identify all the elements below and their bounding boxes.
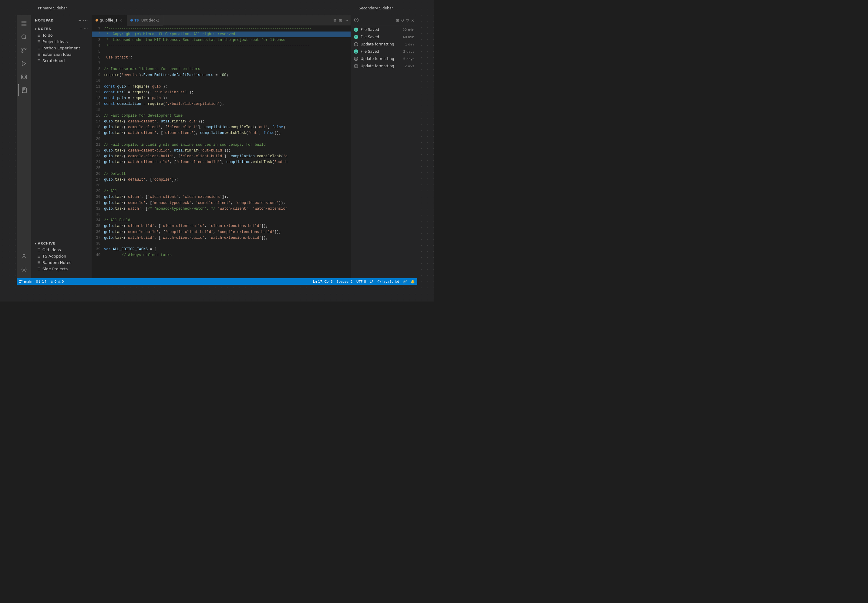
formatting-icon-2: ◇	[354, 64, 358, 68]
pin-icon[interactable]: ⊞	[396, 18, 399, 23]
notes-more-icon[interactable]: ···	[84, 27, 88, 31]
new-note-button[interactable]: +	[78, 18, 82, 23]
filter-icon[interactable]: ▽	[406, 18, 409, 23]
spaces-status[interactable]: Spaces: 2	[336, 280, 352, 284]
tab-gulpfile-close[interactable]: ×	[119, 18, 123, 22]
editor-area: gulpfile.js × TS Untitled-2 ⧉ ⊟ ··· 1	[92, 15, 350, 278]
notepad-icon[interactable]	[18, 84, 30, 96]
source-control-icon[interactable]	[18, 44, 30, 56]
gulpfile-dot	[96, 19, 98, 22]
svg-point-16	[23, 254, 25, 257]
primary-sidebar: NOTEPAD + ··· ▾ NOTES + ··· ☰ To do ☰ Pr…	[31, 15, 92, 278]
svg-point-19	[20, 280, 21, 281]
timeline-entry-5[interactable]: ◇ Update formatting 2 wks	[351, 62, 417, 70]
note-icon-project-ideas: ☰	[37, 40, 40, 44]
svg-rect-8	[22, 77, 23, 79]
ln-col-status[interactable]: Ln 17, Col 3	[313, 280, 333, 284]
code-line-15: 15	[92, 107, 350, 113]
remote-icon[interactable]: 🔗	[403, 280, 407, 284]
code-line-10: 10	[92, 78, 350, 84]
extensions-icon[interactable]	[18, 71, 30, 83]
code-line-22: 22 gulp.task('clean-client-build', util.…	[92, 148, 350, 154]
svg-rect-10	[22, 75, 23, 76]
tab-bar-actions: ⧉ ⊟ ···	[333, 18, 350, 23]
note-item-side-projects[interactable]: ☰ Side Projects	[31, 266, 91, 272]
tab-untitled2-label: Untitled-2	[141, 18, 159, 22]
formatting-icon-0: ◇	[354, 42, 358, 46]
notes-chevron-icon: ▾	[35, 27, 37, 31]
code-line-39: 39 var ALL_EDITOR_TASKS = [	[92, 247, 350, 252]
secondary-sidebar: ⊞ ↺ ▽ × ○ File Saved 22 min ○ File Saved…	[350, 15, 417, 278]
status-right: Ln 17, Col 3 Spaces: 2 UTF-8 LF {} JavaS…	[313, 280, 415, 284]
code-line-33: 33	[92, 212, 350, 218]
refresh-icon[interactable]: ↺	[401, 18, 404, 23]
note-item-random-notes[interactable]: ☰ Random Notes	[31, 260, 91, 266]
bell-icon[interactable]: 🔔	[411, 280, 415, 284]
sync-status[interactable]: 0↓ 1↑	[36, 280, 47, 284]
note-item-ts-adoption[interactable]: ☰ TS Adoption	[31, 253, 91, 260]
saved-icon-2: ○	[354, 49, 358, 54]
eol-status[interactable]: LF	[370, 280, 374, 284]
note-item-scratchpad[interactable]: ☰ Scratchpad	[31, 57, 91, 64]
saved-icon-1: ○	[354, 35, 358, 39]
code-line-16: 16 // Fast compile for development time	[92, 113, 350, 119]
editor-layout-icon[interactable]: ⊟	[339, 18, 342, 23]
tab-label-ts: TS	[135, 19, 139, 22]
timeline-entry-3[interactable]: ○ File Saved 2 days	[351, 48, 417, 55]
tab-gulpfile[interactable]: gulpfile.js ×	[92, 15, 127, 26]
encoding-status[interactable]: UTF-8	[356, 280, 366, 284]
code-line-12: 12 const util = require('./build/lib/uti…	[92, 90, 350, 96]
notepad-more-button[interactable]: ···	[83, 18, 88, 23]
timeline-entry-4[interactable]: ◇ Update formatting 5 days	[351, 55, 417, 62]
timeline-entry-1[interactable]: ○ File Saved 40 min	[351, 33, 417, 40]
explorer-icon[interactable]	[18, 18, 30, 30]
code-line-8: 8 // Increase max listeners for event em…	[92, 66, 350, 72]
code-line-18: 18 gulp.task('compile-client', ['clean-c…	[92, 125, 350, 130]
note-item-project-ideas[interactable]: ☰ Project Ideas	[31, 39, 91, 45]
branch-status[interactable]: main	[19, 280, 32, 284]
run-debug-icon[interactable]	[18, 57, 30, 70]
code-line-17: 17 gulp.task('clean-client', util.rimraf…	[92, 119, 350, 125]
code-line-26: 26 // Default	[92, 171, 350, 177]
svg-rect-12	[22, 88, 26, 93]
svg-rect-9	[25, 77, 26, 79]
code-line-11: 11 const gulp = require('gulp');	[92, 84, 350, 90]
settings-icon[interactable]	[18, 264, 30, 276]
split-editor-icon[interactable]: ⧉	[333, 18, 336, 23]
more-actions-icon[interactable]: ···	[344, 18, 348, 23]
notes-section-header[interactable]: ▾ NOTES + ···	[31, 25, 91, 32]
note-icon-random-notes: ☰	[37, 261, 40, 265]
code-line-5: 5	[92, 49, 350, 55]
language-status[interactable]: {} JavaScript	[377, 280, 399, 284]
svg-line-1	[25, 38, 26, 39]
secondary-sidebar-header: ⊞ ↺ ▽ ×	[351, 15, 417, 26]
search-icon[interactable]	[18, 31, 30, 43]
account-icon[interactable]	[18, 250, 30, 263]
code-line-30: 30 gulp.task('clean', ['clean-client', '…	[92, 194, 350, 200]
timeline-icon	[354, 18, 359, 23]
secondary-sidebar-label: Secondary Sidebar	[359, 6, 393, 10]
note-item-extension-idea[interactable]: ☰ Extension Idea	[31, 51, 91, 57]
timeline-entry-2[interactable]: ◇ Update formatting 1 day	[351, 40, 417, 48]
code-line-14: 14 const compilation = require('./build/…	[92, 101, 350, 107]
note-item-old-ideas[interactable]: ☰ Old Ideas	[31, 247, 91, 253]
code-editor[interactable]: 1 /*------------------------------------…	[92, 26, 350, 278]
archive-section-header[interactable]: ▾ ARCHIVE	[31, 240, 91, 247]
tab-untitled2[interactable]: TS Untitled-2	[127, 15, 163, 26]
activity-bar	[17, 15, 31, 278]
note-icon-scratchpad: ☰	[37, 59, 40, 63]
archive-chevron-icon: ▾	[35, 242, 37, 245]
code-line-27: 27 gulp.task('default', ['compile']);	[92, 177, 350, 183]
note-item-todo[interactable]: ☰ To do	[31, 32, 91, 39]
tab-gulpfile-label: gulpfile.js	[100, 18, 117, 22]
note-item-python-experiment[interactable]: ☰ Python Experiment	[31, 45, 91, 51]
errors-status[interactable]: ⊗ 0 ⚠ 0	[50, 280, 64, 284]
timeline-entry-0[interactable]: ○ File Saved 22 min	[351, 26, 417, 33]
notes-add-icon[interactable]: +	[79, 27, 82, 31]
close-secondary-icon[interactable]: ×	[411, 18, 414, 23]
svg-rect-11	[25, 75, 26, 76]
code-line-38: 38	[92, 241, 350, 247]
code-line-6: 6 'use strict';	[92, 55, 350, 60]
note-icon-side-projects: ☰	[37, 267, 40, 271]
code-line-20: 20	[92, 136, 350, 142]
